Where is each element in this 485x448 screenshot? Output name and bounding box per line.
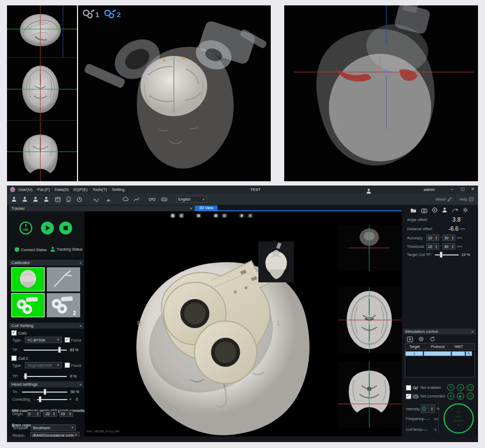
coil1-checkbox[interactable] [11,330,17,336]
stimulation-gauge[interactable]: -.- -.-.- ——— -- [444,403,474,433]
coil1-checkbox-row[interactable]: Coil1 [11,330,27,336]
signal-icon[interactable] [105,196,112,203]
language-select[interactable]: English ▼ [176,196,207,203]
coil2-indicator[interactable]: 2 [104,9,121,20]
menu-user[interactable]: User(U) [18,187,32,192]
calibrator-coil2-thumb[interactable]: 2 [47,293,80,317]
minimize-button[interactable]: – [451,187,453,192]
target-icon[interactable] [432,207,438,213]
patient-add-icon[interactable] [10,196,17,203]
person-pin-icon[interactable] [442,208,447,213]
vr-headset-icon[interactable] [160,196,167,203]
stim2-connect-button[interactable]: ✳ [447,393,454,400]
gear-icon[interactable] [462,207,468,213]
coil-setting-header[interactable]: Coil Setting▾ [9,323,83,329]
close-button[interactable]: × [471,186,474,192]
threshold-mm-spinner[interactable]: 60▲▼ [442,243,455,250]
frequency-row: Frequency --.- Hz [406,416,438,421]
left-sidebar: ON Connect Status Tracking Status [9,211,83,436]
language-value: English [178,197,191,201]
ortho-views-panel[interactable] [7,5,77,181]
settings-icon[interactable] [418,336,424,342]
slice-view-top[interactable] [338,225,401,271]
coil2-type-select[interactable]: YingChiBY90R ▼ [25,362,62,368]
mep-icon[interactable] [93,196,100,203]
intensity-spinner[interactable]: 0▲▼ [421,404,435,413]
dock-panel-select[interactable]: Tracker ▼ [9,205,195,211]
maximize-button[interactable]: ▢ [461,187,465,191]
inset-head-view[interactable] [258,241,294,282]
list-add-icon[interactable] [407,337,413,342]
origin-y-spinner[interactable]: -22▲▼ [43,410,57,417]
coil2-checkbox[interactable] [11,355,17,361]
calibrator-head-thumb[interactable] [11,267,45,291]
row-edit-button[interactable]: ✎ [466,351,472,356]
accuracy-mm-spinner[interactable]: 20▲▼ [442,234,455,241]
stim2-start-button[interactable]: ▶ [457,393,464,400]
stim1-power-button[interactable]: ⏻ [447,384,454,391]
calendar-icon[interactable]: + [54,196,61,203]
calibrator-pointer-thumb[interactable] [47,267,80,291]
about-link[interactable]: About [435,197,445,201]
correcting-slider[interactable] [37,396,67,402]
tp-label: TP: [12,348,18,352]
start-tracking-button[interactable] [40,221,54,237]
target-coil-tp-slider[interactable] [435,252,459,258]
plus-button[interactable]: + [69,397,72,401]
viewport-3d[interactable]: R L NAV_MODE_FOLLOW [85,211,402,436]
snapshot-icon[interactable] [421,208,427,213]
template-select[interactable]: Brodmann ▼ [31,424,76,431]
menu-setting[interactable]: Setting [112,187,124,192]
not-enabled-status: Not enabled [420,386,447,389]
menu-tools[interactable]: Tools(T) [93,187,107,192]
menu-pat[interactable]: Pat.(P) [37,187,50,192]
help-link[interactable]: Help [460,197,467,201]
target-row-1[interactable]: 1 ✎ [405,351,474,357]
coil1-indicator[interactable]: 1 [82,9,99,20]
refresh-icon[interactable] [430,336,435,342]
overlay-3d-panel[interactable] [284,5,478,181]
current-user[interactable]: admin [424,187,434,192]
tab-3d-view[interactable]: 3D View [195,205,217,210]
stim1-reset-button[interactable]: ↺ [457,384,464,391]
th-slider[interactable] [22,389,67,395]
calibrator-coil1-thumb[interactable] [11,293,45,317]
patient-list-icon[interactable] [43,196,50,203]
close-icon[interactable]: × [471,329,474,334]
th-value: 50 % [71,390,79,394]
head-settings-header[interactable]: Head settings▾ [9,381,83,387]
curve-edit-icon[interactable] [452,208,458,213]
coil1-tp-slider[interactable] [24,347,67,353]
folder-icon[interactable] [410,208,417,213]
coil1-type-select[interactable]: YC-BY90A ▼ [25,337,62,343]
coil2-focus-checkbox[interactable] [65,362,70,368]
stimulator1-checkbox[interactable] [406,385,411,390]
calibrator-header[interactable]: Calibrator▾ [9,260,83,266]
minus-button[interactable]: - [33,397,34,401]
origin-x-spinner[interactable]: 0▲▼ [27,410,41,417]
menu-eqp[interactable]: EQP(E) [74,187,88,192]
coil1-focus-checkbox[interactable] [65,337,70,343]
stimulator2-checkbox[interactable] [406,394,411,399]
coil2-checkbox-row[interactable]: Coil 2 [11,355,28,361]
scene-3d-panel[interactable]: 1 2 [78,5,271,181]
curve-icon[interactable] [133,196,140,203]
timer-icon[interactable] [76,196,83,203]
patient-exam-icon[interactable] [32,196,39,203]
accuracy-deg-spinner[interactable]: 10▲▼ [426,234,439,241]
slice-view-coronal[interactable] [338,362,401,428]
origin-z-spinner[interactable]: 19▲▼ [59,410,73,417]
device-icon[interactable] [65,196,72,203]
coil2-tp-slider[interactable] [24,373,67,379]
stim2-stop-button[interactable]: ◯ [467,393,474,400]
stim1-zero-button[interactable]: ◯ [467,384,474,391]
glasses-icon[interactable] [149,196,156,203]
patient-manage-icon[interactable] [21,196,28,203]
menu-data[interactable]: Data(D) [55,187,69,192]
stop-tracking-button[interactable] [59,221,73,237]
slice-view-axial[interactable] [338,287,401,353]
threshold-deg-spinner[interactable]: 10▲▼ [426,243,439,250]
power-on-button[interactable]: ON [19,221,33,237]
right-panel: Angle offset: 3.8 ° Distance offset: -6.… [403,205,476,436]
cloud-icon[interactable] [122,196,129,203]
